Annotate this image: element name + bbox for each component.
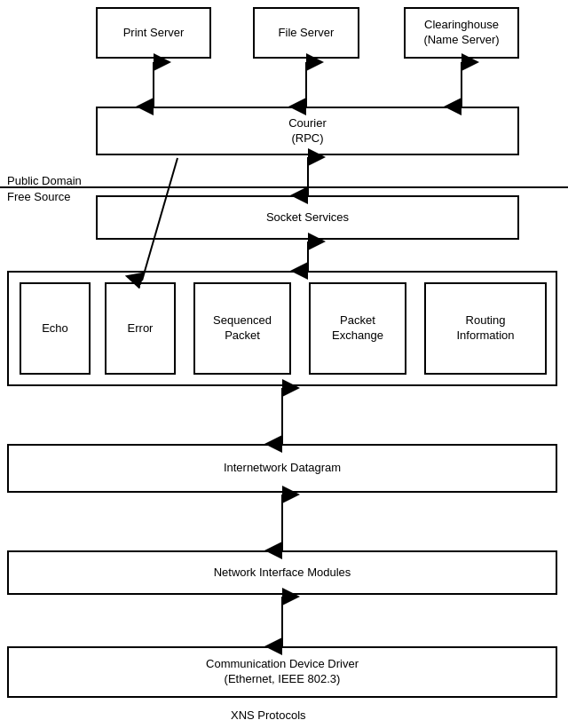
file-server-box: File Server [253,7,359,59]
network-interface-label: Network Interface Modules [214,566,351,581]
routing-info-box: RoutingInformation [424,282,547,375]
echo-label: Echo [42,321,68,336]
clearinghouse-box: Clearinghouse(Name Server) [404,7,519,59]
socket-services-label: Socket Services [266,210,349,226]
sequenced-packet-box: SequencedPacket [193,282,291,375]
internetwork-datagram-box: Internetwork Datagram [7,444,557,493]
clearinghouse-label: Clearinghouse(Name Server) [423,18,499,48]
internetwork-datagram-label: Internetwork Datagram [224,461,341,476]
error-box: Error [105,282,176,375]
routing-info-label: RoutingInformation [456,313,514,344]
error-label: Error [128,321,154,336]
packet-exchange-box: PacketExchange [309,282,406,375]
diagram: Print Server File Server Clearinghouse(N… [0,0,568,728]
print-server-box: Print Server [96,7,211,59]
print-server-label: Print Server [123,26,185,41]
public-domain-label: Public DomainFree Source [7,173,82,205]
sequenced-packet-label: SequencedPacket [213,313,272,344]
divider [0,186,568,188]
comm-device-label: Communication Device Driver(Ethernet, IE… [206,657,359,687]
file-server-label: File Server [279,26,335,41]
socket-services-box: Socket Services [96,195,519,240]
network-interface-box: Network Interface Modules [7,550,557,595]
courier-box: Courier(RPC) [96,107,519,155]
comm-device-box: Communication Device Driver(Ethernet, IE… [7,646,557,698]
courier-label: Courier(RPC) [288,116,327,146]
packet-exchange-label: PacketExchange [332,313,383,344]
xns-protocols-label: XNS Protocols [231,708,306,722]
echo-box: Echo [20,282,91,375]
